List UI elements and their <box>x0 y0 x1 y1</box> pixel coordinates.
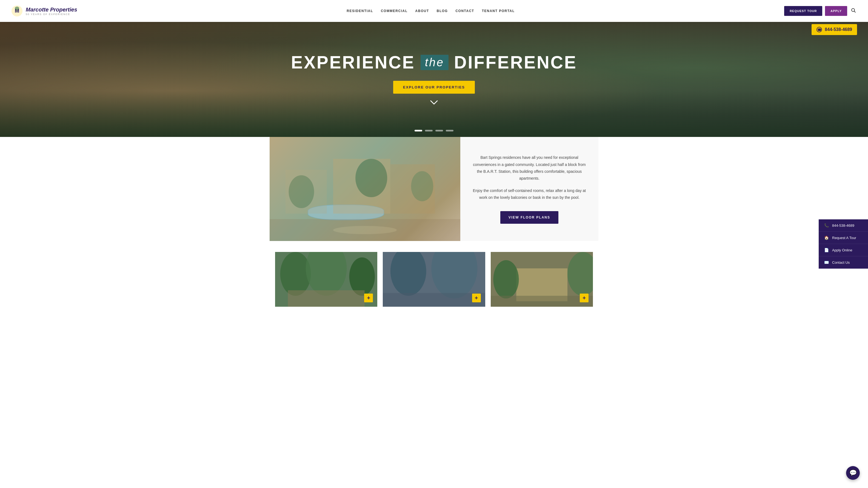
card-image-2 <box>383 252 485 307</box>
side-panel: 📞 844-538-4689 🏠 Request A Tour 📄 Apply … <box>819 219 868 269</box>
svg-rect-20 <box>288 290 365 307</box>
svg-point-15 <box>333 226 397 234</box>
mail-icon: ✉️ <box>824 260 829 264</box>
hero-title-the: the <box>421 55 448 70</box>
property-card-2: + <box>383 252 485 307</box>
svg-point-19 <box>349 257 375 296</box>
dot-2[interactable] <box>425 130 433 131</box>
nav-tenant-portal[interactable]: TENANT PORTAL <box>482 9 515 13</box>
nav-residential[interactable]: RESIDENTIAL <box>347 9 373 13</box>
side-panel-apply[interactable]: 📄 Apply Online <box>819 244 868 256</box>
phone-icon: 📞 <box>824 223 829 228</box>
phone-badge[interactable]: ☎ 844-538-4689 <box>811 24 857 35</box>
card-image-3 <box>491 252 593 307</box>
side-panel-request-tour[interactable]: 🏠 Request A Tour <box>819 232 868 244</box>
document-icon: 📄 <box>824 248 829 252</box>
card-plus-2[interactable]: + <box>472 294 481 302</box>
svg-line-5 <box>854 11 856 12</box>
side-panel-apply-label: Apply Online <box>832 248 852 252</box>
slider-dots <box>414 130 454 131</box>
scroll-down-arrow[interactable] <box>430 99 438 107</box>
property-info: Bart Springs residences have all you nee… <box>460 137 598 241</box>
property-image <box>270 137 460 241</box>
logo[interactable]: M Marcotte Properties 50 YEARS OF EXPERI… <box>11 5 77 17</box>
side-panel-tour-label: Request A Tour <box>832 236 856 240</box>
card-plus-1[interactable]: + <box>364 294 373 302</box>
card-bg-3 <box>491 252 593 307</box>
svg-point-12 <box>355 159 387 197</box>
dot-3[interactable] <box>435 130 443 131</box>
main-nav: RESIDENTIAL COMMERCIAL ABOUT BLOG CONTAC… <box>77 9 784 13</box>
side-panel-contact-label: Contact Us <box>832 260 850 264</box>
dot-1[interactable] <box>414 130 422 131</box>
card-bg-1 <box>275 252 377 307</box>
svg-rect-3 <box>17 9 18 11</box>
side-panel-phone[interactable]: 📞 844-538-4689 <box>819 219 868 232</box>
svg-rect-29 <box>491 296 593 307</box>
side-panel-phone-label: 844-538-4689 <box>832 224 854 228</box>
nav-blog[interactable]: BLOG <box>437 9 448 13</box>
explore-button[interactable]: EXPLORE OUR PROPERTIES <box>393 81 475 94</box>
hero-title: EXPERIENCE the DIFFERENCE <box>291 52 577 72</box>
property-cards: + + + <box>270 252 598 307</box>
nav-about[interactable]: ABOUT <box>415 9 429 13</box>
logo-subtitle: 50 YEARS OF EXPERIENCE <box>26 13 77 15</box>
svg-point-11 <box>289 175 314 208</box>
property-card-3: + <box>491 252 593 307</box>
card-image-1 <box>275 252 377 307</box>
card-plus-3[interactable]: + <box>580 294 589 302</box>
property-image-bg <box>270 137 460 241</box>
hero-content: EXPERIENCE the DIFFERENCE EXPLORE OUR PR… <box>291 52 577 94</box>
property-section: Bart Springs residences have all you nee… <box>0 137 868 312</box>
side-panel-contact[interactable]: ✉️ Contact Us <box>819 256 868 269</box>
property-trees <box>270 137 460 241</box>
svg-point-13 <box>411 171 433 201</box>
search-button[interactable] <box>850 7 857 15</box>
header: M Marcotte Properties 50 YEARS OF EXPERI… <box>0 0 868 22</box>
nav-commercial[interactable]: COMMERCIAL <box>381 9 408 13</box>
search-icon <box>851 8 856 13</box>
apply-button[interactable]: APPLY <box>825 6 847 16</box>
svg-text:☎: ☎ <box>817 28 822 32</box>
home-icon: 🏠 <box>824 235 829 240</box>
card-bg-2 <box>383 252 485 307</box>
nav-contact[interactable]: CONTACT <box>455 9 474 13</box>
property-card-1: + <box>275 252 377 307</box>
property-desc-1: Bart Springs residences have all you nee… <box>471 154 587 182</box>
request-tour-button[interactable]: REQUEST TOUR <box>784 6 822 16</box>
hero-title-part2: DIFFERENCE <box>454 52 577 72</box>
logo-title: Marcotte Properties <box>26 7 77 13</box>
logo-text: Marcotte Properties 50 YEARS OF EXPERIEN… <box>26 7 77 15</box>
hero-title-part1: EXPERIENCE <box>291 52 415 72</box>
logo-icon: M <box>11 5 23 17</box>
phone-badge-number: 844-538-4689 <box>825 27 852 32</box>
dot-4[interactable] <box>446 130 454 131</box>
phone-badge-icon: ☎ <box>816 27 822 32</box>
svg-rect-24 <box>383 293 485 307</box>
svg-point-27 <box>493 260 519 298</box>
header-actions: REQUEST TOUR APPLY <box>784 6 857 16</box>
floor-plans-button[interactable]: VIEW FLOOR PLANS <box>500 211 558 224</box>
property-desc-2: Enjoy the comfort of self-contained room… <box>471 187 587 201</box>
hero-section: EXPERIENCE the DIFFERENCE EXPLORE OUR PR… <box>0 22 868 137</box>
property-section-inner: Bart Springs residences have all you nee… <box>270 137 598 241</box>
